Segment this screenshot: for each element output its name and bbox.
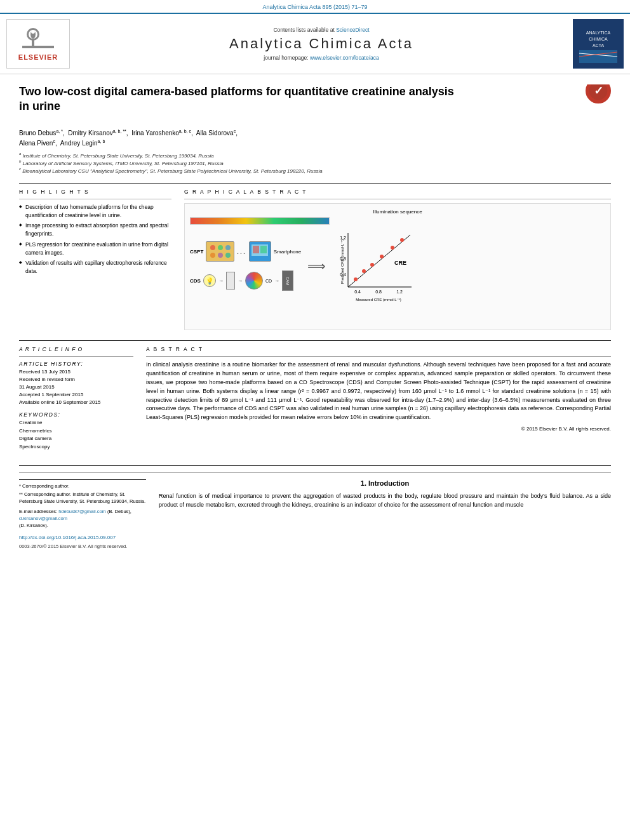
article-title: Two low-cost digital camera-based platfo… (19, 84, 464, 114)
highlights-divider (19, 199, 171, 199)
svg-text:CRE: CRE (394, 260, 406, 266)
highlight-item-1: Description of two homemade platforms fo… (19, 203, 171, 220)
article-info-col: A R T I C L E I N F O Article history: R… (19, 346, 133, 457)
homepage-link[interactable]: www.elsevier.com/locate/aca (310, 55, 379, 61)
issn-line: 0003-2670/© 2015 Elsevier B.V. All right… (19, 543, 146, 550)
svg-point-5 (31, 30, 35, 34)
abstract-text: In clinical analysis creatinine is a rou… (146, 361, 611, 423)
svg-text:0.8: 0.8 (375, 290, 382, 294)
smartphone-label: Smartphone (274, 249, 302, 255)
highlight-item-2: Image processing to extract absorption s… (19, 222, 171, 238)
journal-cover-image: ANALYTICA CHIMICA ACTA (573, 19, 624, 69)
keywords-section: Keywords: Creatinine Chemometrics Digita… (19, 411, 133, 451)
light-source: 💡 (203, 274, 216, 287)
keyword-1: Creatinine (19, 419, 133, 427)
svg-point-37 (370, 263, 374, 267)
article-content: ✓ Two low-cost digital camera-based plat… (0, 74, 630, 561)
elsevier-logo: ELSEVIER (6, 19, 70, 69)
email-2-link[interactable]: d.kirsanov@gmail.com (19, 516, 67, 521)
svg-text:ACTA: ACTA (593, 43, 604, 48)
doi-line: http://dx.doi.org/10.1016/j.aca.2015.09.… (19, 534, 146, 550)
intro-layout: * Corresponding author. ** Corresponding… (19, 479, 611, 550)
author-1: Bruno Debus (19, 130, 56, 137)
author-2: Dmitry Kirsanov (68, 130, 113, 137)
citation-text: Analytica Chimica Acta 895 (2015) 71–79 (262, 4, 367, 10)
cspt-screen-image (250, 243, 269, 260)
abstract-label: A B S T R A C T (146, 346, 611, 352)
divider-1 (19, 183, 611, 183)
keyword-4: Spectroscopy (19, 443, 133, 451)
article-info-divider (19, 356, 133, 357)
history-label: Article history: (19, 361, 133, 367)
svg-rect-10 (579, 50, 617, 63)
accepted-date: Accepted 1 September 2015 (19, 391, 133, 399)
cspt-box (206, 241, 234, 262)
introduction-section: * Corresponding author. ** Corresponding… (19, 472, 611, 550)
intro-paragraph: Renal function is of medical importance … (159, 492, 611, 510)
keyword-3: Digital camera (19, 435, 133, 443)
crossmark-badge-area[interactable]: ✓ (586, 84, 611, 103)
dots: ... (237, 248, 246, 255)
contents-available: Contents lists available at ScienceDirec… (273, 27, 369, 33)
highlights-label: H I G H L I G H T S (19, 189, 171, 195)
journal-citation: Analytica Chimica Acta 895 (2015) 71–79 (0, 0, 630, 13)
svg-text:1.2: 1.2 (396, 290, 403, 294)
journal-center-info: Contents lists available at ScienceDirec… (76, 19, 566, 69)
svg-point-35 (354, 277, 358, 281)
svg-text:CHIMICA: CHIMICA (589, 37, 608, 41)
cd-label: CD (265, 279, 272, 283)
svg-text:ANALYTICA: ANALYTICA (586, 30, 611, 35)
svg-point-21 (225, 253, 231, 258)
footnotes-col: * Corresponding author. ** Corresponding… (19, 479, 146, 550)
email-1-link[interactable]: hdebus87@gmail.com (58, 509, 106, 514)
svg-point-16 (210, 245, 215, 250)
journal-header: ELSEVIER Contents lists available at Sci… (0, 13, 630, 74)
keywords-list: Creatinine Chemometrics Digital camera S… (19, 419, 133, 451)
svg-point-36 (362, 269, 366, 273)
cspt-label: CSPT (190, 249, 203, 255)
svg-point-39 (391, 246, 394, 250)
graphical-abstract-section: G R A P H I C A L A B S T R A C T Illumi… (184, 189, 611, 330)
svg-point-17 (218, 245, 223, 250)
cd-disc (245, 272, 263, 290)
footnote-corresponding-2: ** Corresponding author. Institute of Ch… (19, 491, 146, 505)
affiliations: a Institute of Chemistry, St. Petersburg… (19, 152, 611, 175)
svg-text:1.2: 1.2 (340, 236, 347, 240)
highlights-list: Description of two homemade platforms fo… (19, 203, 171, 276)
available-date: Available online 10 September 2015 (19, 399, 133, 406)
journal-title: Analytica Chimica Acta (229, 36, 413, 52)
cspt-image (208, 243, 233, 260)
svg-text:✓: ✓ (594, 84, 603, 97)
highlights-abstract-row: H I G H L I G H T S Description of two h… (19, 189, 611, 330)
illumination-label: Illumination sequence (190, 209, 605, 215)
keyword-2: Chemometrics (19, 427, 133, 436)
crossmark-icon[interactable]: ✓ (586, 84, 611, 103)
elsevier-logo-svg (19, 27, 57, 52)
cover-svg: ANALYTICA CHIMICA ACTA (576, 22, 620, 66)
svg-text:Predicted CRE (mmol·L⁻¹): Predicted CRE (mmol·L⁻¹) (340, 239, 344, 284)
doi-link[interactable]: http://dx.doi.org/10.1016/j.aca.2015.09.… (19, 535, 116, 540)
authors-line: Bruno Debusa, *, Dmitry Kirsanova, b, **… (19, 128, 611, 149)
received-revised: Received in revised form31 August 2015 (19, 376, 133, 391)
cre-chart-svg: 1.2 0.8 0.4 0.4 0.8 1.2 (332, 230, 415, 303)
svg-text:0.4: 0.4 (354, 290, 361, 294)
footnote-corresponding-1: * Corresponding author. (19, 483, 146, 490)
author-3: Irina Yaroshenko (131, 130, 179, 137)
email-addresses: E-mail addresses: hdebus87@gmail.com (B.… (19, 508, 146, 530)
received-date: Received 13 July 2015 (19, 368, 133, 376)
svg-rect-25 (260, 246, 267, 253)
svg-rect-24 (253, 246, 259, 253)
cuvette (226, 272, 235, 290)
author-5: Alena Piven (19, 140, 53, 147)
sciencedirect-link[interactable]: ScienceDirect (336, 27, 369, 33)
graphical-abstract-label: G R A P H I C A L A B S T R A C T (184, 189, 611, 195)
info-abstract-row: A R T I C L E I N F O Article history: R… (19, 346, 611, 457)
svg-point-40 (400, 238, 404, 242)
homepage-line: journal homepage: www.elsevier.com/locat… (264, 55, 379, 61)
svg-point-38 (380, 255, 384, 258)
color-bar (190, 217, 330, 225)
article-info-label: A R T I C L E I N F O (19, 346, 133, 352)
cre-chart-area: 1.2 0.8 0.4 0.4 0.8 1.2 (332, 230, 415, 303)
highlight-item-4: Validation of results with capillary ele… (19, 259, 171, 276)
author-4: Alla Sidorova (196, 130, 234, 137)
